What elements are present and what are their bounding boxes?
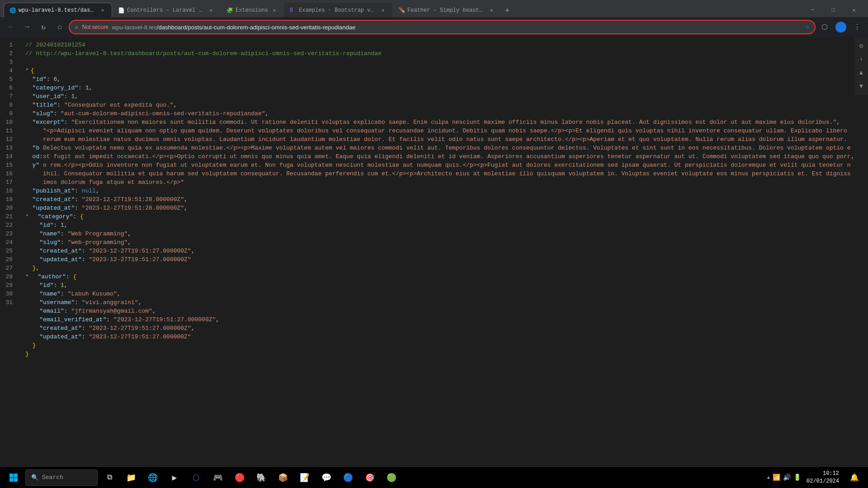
bookmark-icon[interactable]: ☆	[806, 23, 809, 31]
tab-5-close[interactable]: ✕	[488, 7, 495, 14]
home-button[interactable]: ⌂	[52, 20, 67, 34]
task-view-button[interactable]: ⧉	[99, 468, 119, 488]
app9-icon: 📦	[278, 473, 288, 483]
code-line-3	[18, 58, 868, 66]
not-secure-text: Not secure	[82, 24, 108, 30]
tab-3-close[interactable]: ✕	[271, 7, 278, 14]
code-line-20: "updated_at": "2023-12-27T19:51:27.00000…	[18, 255, 868, 264]
app11-icon: 💬	[321, 473, 331, 483]
forward-button[interactable]: →	[20, 20, 34, 34]
scroll-down-icon[interactable]: ▼	[856, 81, 866, 91]
extensions-button[interactable]: ⬡	[817, 20, 832, 34]
code-line-5: "id": 6,	[18, 75, 868, 84]
reload-button[interactable]: ↻	[36, 20, 51, 34]
ln-8: 8	[0, 101, 18, 109]
network-icon[interactable]: 📶	[773, 474, 780, 481]
code-view[interactable]: // 20240102101254 // http://wpu-laravel-…	[18, 37, 868, 466]
code-line-13: "created_at": "2023-12-27T19:51:28.00000…	[18, 195, 868, 204]
svg-rect-3	[14, 478, 18, 482]
code-line-11: "body": "<p>Adipisci eveniet aliquam non…	[18, 127, 868, 187]
date-display: 02/01/2024	[807, 478, 839, 485]
youtube-button[interactable]: ▶	[165, 468, 184, 488]
youtube-icon: ▶	[172, 473, 177, 483]
tray-arrow[interactable]: ▲	[767, 475, 770, 480]
app8-button[interactable]: 🐘	[251, 468, 271, 488]
minimize-button[interactable]: —	[802, 3, 823, 17]
window-controls: — □ ✕	[802, 3, 864, 17]
tab-2[interactable]: 📄 Controllers – Laravel 8.x – The P ✕	[112, 3, 221, 17]
url-bar[interactable]: ⚠ Not secure wpu-laravel-8.tes/dashboard…	[69, 20, 816, 34]
code-line-9: "slug": "aut-cum-dolorem-adipisci-omnis-…	[18, 109, 868, 118]
scroll-up-icon[interactable]: ▲	[856, 68, 866, 78]
app14-button[interactable]: 🟢	[382, 468, 401, 488]
vscode-button[interactable]: ⬡	[186, 468, 206, 488]
code-line-16: "id": 1,	[18, 221, 868, 230]
tab-5-favicon: 🪶	[398, 7, 405, 14]
code-line-28: "created_at": "2023-12-27T19:51:27.00000…	[18, 324, 868, 333]
browser-chrome: 🌐 wpu-laravel-8.test/dashboard/ ✕ 📄 Cont…	[0, 0, 868, 37]
app7-button[interactable]: 🔴	[230, 468, 250, 488]
download-icon[interactable]: ⬇	[856, 54, 866, 64]
volume-icon[interactable]: 🔊	[783, 474, 791, 481]
app13-button[interactable]: 🎯	[360, 468, 380, 488]
tab-4[interactable]: B Examples · Bootstrap v5.0 ✕	[284, 3, 392, 17]
ln-23: 23	[0, 230, 18, 238]
chrome-button[interactable]: 🌐	[143, 468, 163, 488]
taskbar-search[interactable]: 🔍 Search	[25, 469, 98, 486]
tab-1-close[interactable]: ✕	[99, 7, 106, 14]
tab-1-favicon: 🌐	[9, 7, 16, 14]
tab-3[interactable]: 🧩 Extensions ✕	[221, 3, 284, 17]
app9-button[interactable]: 📦	[273, 468, 293, 488]
tab-5[interactable]: 🪶 Feather – Simply beautiful ope... ✕	[392, 3, 501, 17]
ln-18: 18	[0, 187, 18, 195]
settings-icon[interactable]: ⚙	[856, 41, 866, 51]
notification-button[interactable]: 🔔	[844, 468, 864, 488]
code-line-27: "email_verified_at": "2023-12-27T19:51:2…	[18, 315, 868, 324]
new-tab-button[interactable]: +	[501, 5, 514, 17]
tab-5-title: Feather – Simply beautiful ope...	[407, 7, 485, 14]
back-button[interactable]: ←	[4, 20, 18, 34]
profile-button[interactable]: 👤	[834, 20, 848, 34]
battery-icon[interactable]: 🔋	[793, 474, 801, 481]
code-line-22: * "author": {	[18, 272, 868, 281]
ln-4: 4	[0, 66, 18, 75]
ln-6: 6	[0, 84, 18, 92]
close-button[interactable]: ✕	[844, 3, 864, 17]
tab-2-close[interactable]: ✕	[208, 7, 215, 14]
app11-button[interactable]: 💬	[316, 468, 336, 488]
maximize-button[interactable]: □	[823, 3, 844, 17]
code-line-14: "updated_at": "2023-12-27T19:51:28.00000…	[18, 204, 868, 212]
app10-button[interactable]: 📝	[295, 468, 315, 488]
code-line-24: "name": "Labuh Kusumo",	[18, 290, 868, 298]
taskbar-clock[interactable]: 10:12 02/01/2024	[803, 470, 843, 485]
file-explorer-button[interactable]: 📁	[121, 468, 141, 488]
main-content: ⚙ ⬇ ▲ ▼ 1 2 3 4 5 6 7 8 9 10 11 12 13 14…	[0, 37, 868, 466]
tab-1[interactable]: 🌐 wpu-laravel-8.test/dashboard/ ✕	[4, 3, 112, 17]
task-view-icon: ⧉	[107, 473, 112, 482]
ln-27: 27	[0, 264, 18, 272]
code-line-29: "updated_at": "2023-12-27T19:51:27.00000…	[18, 333, 868, 341]
ln-30: 30	[0, 290, 18, 298]
svg-rect-2	[9, 478, 14, 482]
ln-12: 12	[0, 135, 18, 144]
tab-3-title: Extensions	[236, 7, 268, 14]
tab-4-close[interactable]: ✕	[379, 7, 387, 14]
app12-button[interactable]: 🔵	[338, 468, 358, 488]
ln-7: 7	[0, 92, 18, 101]
settings-menu-button[interactable]: ⋮	[850, 20, 864, 34]
tab-4-title: Examples · Bootstrap v5.0	[299, 7, 377, 14]
code-line-23: "id": 1,	[18, 281, 868, 290]
url-path: /dashboard/posts/aut-cum-dolorem-adipisc…	[157, 24, 355, 31]
ln-9: 9	[0, 109, 18, 118]
tab-4-favicon: B	[290, 7, 296, 14]
code-line-19: "created_at": "2023-12-27T19:51:27.00000…	[18, 247, 868, 255]
ln-22: 22	[0, 221, 18, 230]
nav-right: ⬡ 👤 ⋮	[817, 20, 864, 34]
tab-1-title: wpu-laravel-8.test/dashboard/	[19, 7, 96, 14]
search-icon: 🔍	[31, 474, 38, 481]
time-display: 10:12	[807, 470, 839, 478]
app6-button[interactable]: 🎮	[208, 468, 228, 488]
file-explorer-icon: 📁	[126, 473, 136, 483]
ln-31: 31	[0, 298, 18, 307]
start-button[interactable]	[4, 468, 24, 488]
